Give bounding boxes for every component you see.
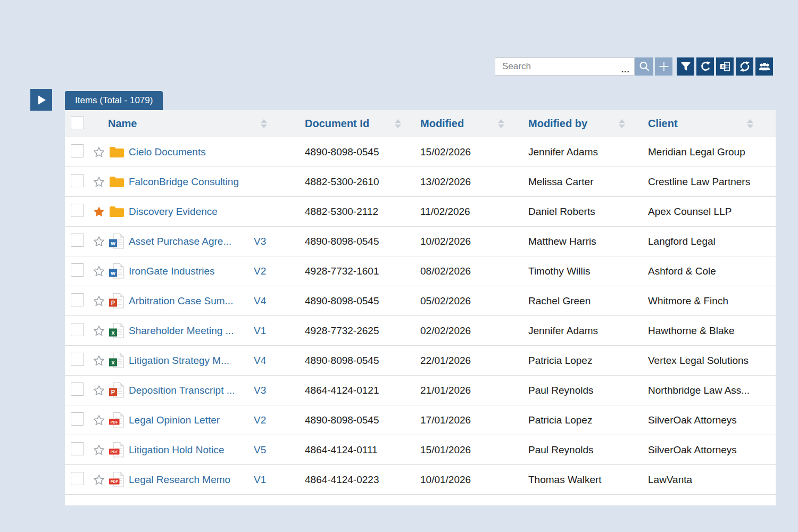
item-version-link[interactable]: V1 [254, 325, 293, 337]
favorite-toggle[interactable] [92, 444, 109, 456]
modified-by-cell: Paul Reynolds [516, 385, 636, 396]
table-row[interactable]: PDFLitigation Hold NoticeV54864-4124-011… [65, 435, 776, 465]
favorite-toggle[interactable] [92, 295, 109, 307]
table-row[interactable]: xShareholder Meeting ...V14928-7732-2625… [65, 316, 776, 346]
item-name-link[interactable]: IronGate Industries [129, 265, 215, 277]
ppt-file-icon: P [109, 382, 124, 398]
table-row[interactable]: wAsset Purchase Agre...V34890-8098-05451… [65, 227, 776, 256]
table-row[interactable]: wIronGate IndustriesV24928-7732-160108/0… [65, 256, 776, 286]
item-name-link[interactable]: Litigation Strategy M... [129, 355, 229, 366]
item-type-cell: x [109, 352, 129, 369]
sort-toggle-modifiedby[interactable] [619, 119, 625, 128]
column-header-modifiedby[interactable]: Modified by [516, 110, 636, 137]
favorite-toggle[interactable] [92, 414, 109, 427]
sync-button[interactable] [736, 57, 753, 76]
item-name-cell: Litigation Hold Notice [129, 444, 254, 456]
modified-by-cell: Patricia Lopez [516, 414, 636, 426]
table-row[interactable]: FalconBridge Consulting4882-5300-261013/… [65, 167, 776, 197]
users-button[interactable] [755, 57, 773, 76]
refresh-button[interactable] [696, 57, 714, 76]
item-name-link[interactable]: Deposition Transcript ... [129, 385, 235, 396]
sort-toggle-name[interactable] [261, 119, 267, 128]
favorite-toggle[interactable] [92, 176, 109, 188]
item-version-link[interactable]: V5 [254, 444, 293, 456]
row-checkbox-cell [65, 293, 92, 309]
item-name-link[interactable]: Legal Research Memo [129, 474, 230, 485]
modified-date-cell: 15/01/2026 [404, 444, 516, 456]
table-row[interactable]: PArbitration Case Sum...V44890-8098-0545… [65, 286, 776, 316]
item-version-link[interactable]: V1 [254, 474, 293, 486]
favorite-toggle[interactable] [92, 146, 109, 159]
item-version-link[interactable]: V3 [254, 236, 293, 247]
column-header-client[interactable]: Client [636, 110, 776, 137]
excel-export-button[interactable]: X [716, 57, 734, 76]
row-checkbox[interactable] [71, 383, 84, 396]
table-row[interactable]: PDeposition Transcript ...V34864-4124-01… [65, 376, 776, 405]
funnel-icon [680, 61, 692, 72]
item-name-link[interactable]: Litigation Hold Notice [129, 444, 225, 455]
row-checkbox[interactable] [71, 293, 84, 306]
table-row[interactable]: xLitigation Strategy M...V44890-8098-054… [65, 346, 776, 376]
table-row[interactable]: PDFLegal Opinion LetterV24890-8098-05451… [65, 405, 776, 435]
row-checkbox[interactable] [71, 442, 84, 455]
users-icon [759, 61, 770, 72]
sort-toggle-docid[interactable] [395, 119, 401, 128]
row-checkbox[interactable] [71, 353, 84, 366]
sort-toggle-modified[interactable] [498, 119, 504, 128]
sort-toggle-client[interactable] [747, 119, 753, 128]
table-row[interactable]: PDFLegal Research MemoV14864-4124-022310… [65, 465, 776, 495]
svg-text:PDF: PDF [111, 420, 119, 424]
row-checkbox[interactable] [71, 144, 84, 157]
favorite-toggle[interactable] [92, 384, 109, 397]
item-version-link[interactable]: V2 [254, 265, 293, 277]
item-version-link[interactable]: V2 [254, 414, 293, 426]
item-name-link[interactable]: FalconBridge Consulting [129, 176, 239, 187]
table-row[interactable]: Cielo Documents4890-8098-054515/02/2026J… [65, 137, 776, 167]
select-all-checkbox[interactable] [71, 116, 84, 129]
items-tab[interactable]: Items (Total - 1079) [65, 91, 163, 110]
favorite-toggle[interactable] [92, 235, 109, 248]
row-checkbox[interactable] [71, 263, 84, 277]
row-checkbox[interactable] [71, 472, 84, 485]
add-button[interactable] [655, 57, 672, 76]
star-outline-icon [93, 176, 105, 188]
item-name-cell: Asset Purchase Agre... [129, 236, 254, 247]
column-header-modified[interactable]: Modified [404, 110, 516, 137]
client-cell: Vertex Legal Solutions [636, 355, 776, 367]
table-row[interactable]: Discovery Evidence4882-5300-211211/02/20… [65, 197, 776, 227]
row-checkbox[interactable] [71, 174, 84, 187]
document-id-cell: 4890-8098-0545 [293, 236, 404, 247]
item-name-link[interactable]: Shareholder Meeting ... [129, 325, 234, 336]
item-name-link[interactable]: Cielo Documents [129, 146, 206, 157]
modified-by-cell: Timothy Willis [516, 265, 636, 277]
favorite-toggle[interactable] [92, 325, 109, 337]
filter-button[interactable] [677, 57, 694, 76]
item-name-link[interactable]: Discovery Evidence [129, 206, 218, 217]
row-checkbox[interactable] [71, 323, 84, 336]
modified-by-cell: Jennifer Adams [516, 146, 636, 158]
column-header-name[interactable]: Name [92, 110, 293, 137]
row-checkbox[interactable] [71, 234, 84, 247]
favorite-toggle[interactable] [92, 205, 109, 218]
item-name-link[interactable]: Legal Opinion Letter [129, 414, 220, 426]
favorite-toggle[interactable] [92, 354, 109, 367]
item-version-link[interactable]: V4 [254, 295, 293, 307]
search-input[interactable] [495, 57, 635, 76]
row-checkbox-cell [65, 323, 92, 339]
sync-icon [739, 61, 751, 72]
svg-text:PDF: PDF [111, 480, 119, 484]
item-name-link[interactable]: Arbitration Case Sum... [129, 295, 233, 306]
item-name-link[interactable]: Asset Purchase Agre... [129, 236, 231, 247]
expand-panel-button[interactable] [30, 89, 52, 111]
row-checkbox[interactable] [71, 412, 84, 426]
item-version-link[interactable]: V4 [254, 355, 293, 367]
favorite-toggle[interactable] [92, 265, 109, 278]
column-header-docid[interactable]: Document Id [293, 110, 404, 137]
favorite-toggle[interactable] [92, 473, 109, 486]
star-outline-icon [93, 325, 105, 337]
row-checkbox[interactable] [71, 204, 84, 217]
search-button[interactable] [635, 57, 653, 76]
item-version-link[interactable]: V3 [254, 385, 293, 396]
row-checkbox-cell [65, 263, 92, 279]
column-label-modified: Modified [420, 118, 464, 130]
